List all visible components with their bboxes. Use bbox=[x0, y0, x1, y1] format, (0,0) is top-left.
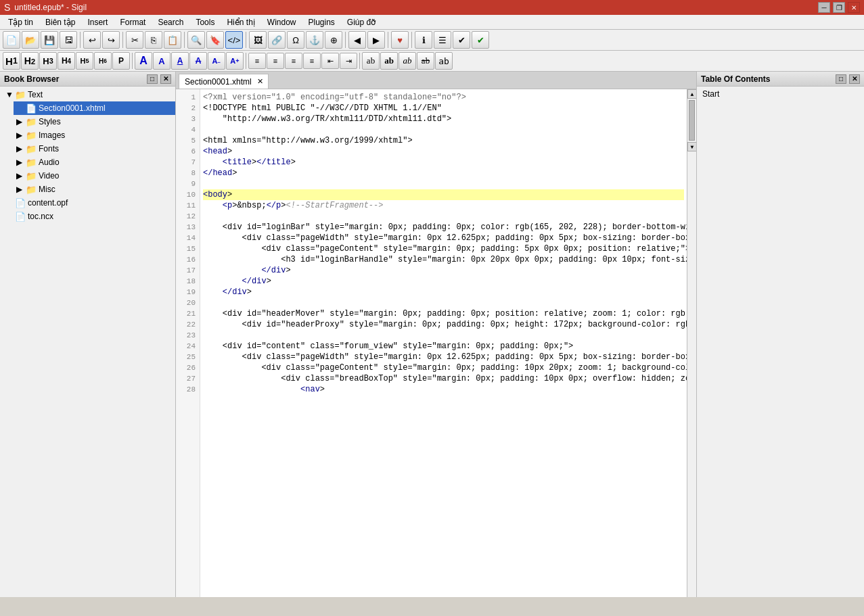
line-number-6: 6 bbox=[180, 146, 196, 157]
tree-item-misc[interactable]: ▶ 📁 Misc bbox=[14, 183, 175, 196]
h6-button[interactable]: H6 bbox=[94, 52, 112, 70]
folder-icon-misc: 📁 bbox=[26, 185, 37, 195]
menu-insert[interactable]: Insert bbox=[82, 16, 113, 28]
tree-item-fonts[interactable]: ▶ 📁 Fonts bbox=[14, 142, 175, 156]
tree-item-section0001[interactable]: 📄 Section0001.xhtml bbox=[14, 101, 175, 115]
p-button[interactable]: P bbox=[112, 52, 130, 70]
toc-controls: □ ✕ bbox=[836, 74, 860, 84]
separator-5 bbox=[345, 32, 346, 48]
font-underline-button[interactable]: A bbox=[171, 52, 189, 70]
forward-button[interactable]: ▶ bbox=[367, 31, 385, 49]
insert-link-button[interactable]: 🔗 bbox=[268, 31, 286, 49]
style-code-button[interactable]: ab bbox=[435, 52, 453, 70]
line-number-21: 21 bbox=[180, 308, 196, 319]
tree-item-styles[interactable]: ▶ 📁 Styles bbox=[14, 115, 175, 128]
menu-format[interactable]: Format bbox=[114, 16, 151, 28]
line-numbers: 1234567891011121314151617181920212223242… bbox=[176, 89, 200, 597]
tree-arrow-text: ▼ bbox=[5, 90, 15, 99]
insert-anchor-button[interactable]: ⚓ bbox=[306, 31, 323, 49]
code-line-18: </div> bbox=[203, 276, 684, 287]
separator-6 bbox=[388, 32, 388, 48]
redo-button[interactable]: ↪ bbox=[102, 31, 120, 49]
menu-window[interactable]: Window bbox=[262, 16, 302, 28]
tree-item-audio[interactable]: ▶ 📁 Audio bbox=[14, 156, 175, 169]
h5-button[interactable]: H5 bbox=[76, 52, 93, 70]
tree-label-fonts: Fonts bbox=[39, 144, 59, 153]
sep-style bbox=[359, 53, 360, 69]
align-right-button[interactable]: ≡ bbox=[285, 53, 302, 69]
code-line-8: </head> bbox=[203, 168, 684, 179]
favorites-button[interactable]: ♥ bbox=[391, 31, 409, 49]
align-left-button[interactable]: ≡ bbox=[248, 53, 266, 69]
font-medium-button[interactable]: A bbox=[153, 52, 170, 70]
restore-button[interactable]: ❐ bbox=[833, 2, 845, 13]
minimize-button[interactable]: ─ bbox=[818, 2, 830, 13]
line-number-11: 11 bbox=[180, 200, 196, 211]
book-browser-close[interactable]: ✕ bbox=[160, 74, 171, 84]
insert-image-button[interactable]: 🖼 bbox=[249, 31, 267, 49]
h3-button[interactable]: H3 bbox=[39, 52, 57, 70]
style-bold-button[interactable]: ab bbox=[380, 52, 398, 70]
toc-editor-button[interactable]: ☰ bbox=[434, 31, 451, 49]
menu-tools[interactable]: Tools bbox=[190, 16, 220, 28]
tree-item-text[interactable]: ▼ 📁 Text bbox=[3, 88, 175, 101]
align-justify-button[interactable]: ≡ bbox=[303, 53, 321, 69]
meta-editor-button[interactable]: ℹ bbox=[415, 31, 432, 49]
toc-close[interactable]: ✕ bbox=[849, 74, 860, 84]
copy-button[interactable]: ⎘ bbox=[145, 31, 162, 49]
font-sub-button[interactable]: A₋ bbox=[208, 52, 225, 70]
spellcheck-button[interactable]: ✔ bbox=[472, 31, 489, 49]
paste-button[interactable]: 📋 bbox=[164, 31, 181, 49]
font-sup-button[interactable]: A+ bbox=[226, 52, 244, 70]
tree-item-toc-ncx[interactable]: 📄 toc.ncx bbox=[3, 210, 175, 223]
menu-hienthi[interactable]: Hiển thị bbox=[221, 16, 260, 28]
h4-button[interactable]: H4 bbox=[58, 52, 75, 70]
scroll-thumb[interactable] bbox=[689, 100, 695, 141]
new-button[interactable]: 📄 bbox=[3, 31, 20, 49]
tree-item-video[interactable]: ▶ 📁 Video bbox=[14, 169, 175, 183]
tab-close-button[interactable]: ✕ bbox=[256, 77, 265, 87]
toc-panel: Table Of Contents □ ✕ Start bbox=[696, 72, 864, 597]
vertical-scrollbar[interactable]: ▲ ▼ bbox=[687, 89, 696, 597]
saveas-button[interactable]: 🖫 bbox=[60, 31, 77, 49]
save-button[interactable]: 💾 bbox=[41, 31, 58, 49]
align-center-button[interactable]: ≡ bbox=[267, 53, 284, 69]
toc-maximize[interactable]: □ bbox=[836, 74, 846, 84]
indent-right-button[interactable]: ⇥ bbox=[340, 53, 357, 69]
font-strike-button[interactable]: A bbox=[189, 52, 207, 70]
code-line-14: <div class="pageWidth" style="margin: 0p… bbox=[203, 233, 684, 243]
menu-search[interactable]: Search bbox=[152, 16, 189, 28]
back-button[interactable]: ◀ bbox=[348, 31, 366, 49]
style-normal-button[interactable]: ab bbox=[362, 52, 380, 70]
tab-section0001[interactable]: Section0001.xhtml ✕ bbox=[179, 74, 269, 89]
insert-sgv-button[interactable]: ⊕ bbox=[325, 31, 342, 49]
style-italic-button[interactable]: ab bbox=[399, 52, 416, 70]
tree-label-misc: Misc bbox=[39, 185, 55, 194]
close-button[interactable]: ✕ bbox=[848, 2, 860, 13]
style-strikethrough-button[interactable]: ab bbox=[417, 52, 434, 70]
validate-button[interactable]: ✔ bbox=[453, 31, 470, 49]
indent-left-button[interactable]: ⇤ bbox=[321, 53, 339, 69]
menu-help[interactable]: Giúp đỡ bbox=[342, 16, 381, 28]
tree-label-ncx: toc.ncx bbox=[28, 212, 53, 221]
find-button[interactable]: 🔍 bbox=[187, 31, 205, 49]
menu-taptin[interactable]: Tập tin bbox=[3, 16, 39, 28]
scroll-down-button[interactable]: ▼ bbox=[687, 142, 696, 151]
font-large-button[interactable]: A bbox=[135, 52, 152, 70]
code-view-button[interactable]: </> bbox=[225, 31, 243, 49]
h2-button[interactable]: H2 bbox=[21, 52, 39, 70]
scroll-up-button[interactable]: ▲ bbox=[687, 89, 696, 99]
open-button[interactable]: 📂 bbox=[22, 31, 39, 49]
code-content[interactable]: <?xml version="1.0" encoding="utf-8" sta… bbox=[200, 89, 687, 597]
undo-button[interactable]: ↩ bbox=[83, 31, 101, 49]
h1-button[interactable]: H1 bbox=[3, 52, 20, 70]
menu-biental[interactable]: Biên tập bbox=[40, 16, 81, 28]
insert-special-button[interactable]: Ω bbox=[287, 31, 304, 49]
cut-button[interactable]: ✂ bbox=[126, 31, 143, 49]
tree-item-images[interactable]: ▶ 📁 Images bbox=[14, 128, 175, 142]
code-line-4 bbox=[203, 124, 684, 135]
book-browser-maximize[interactable]: □ bbox=[147, 74, 158, 84]
tree-item-content-opf[interactable]: 📄 content.opf bbox=[3, 196, 175, 210]
menu-plugins[interactable]: Plugins bbox=[303, 16, 340, 28]
bookmark-button[interactable]: 🔖 bbox=[206, 31, 224, 49]
